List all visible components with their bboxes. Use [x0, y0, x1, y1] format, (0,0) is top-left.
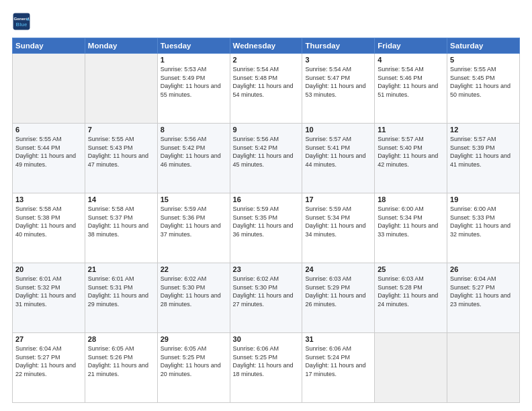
sunset-text: Sunset: 5:42 PM: [161, 144, 227, 152]
sunset-text: Sunset: 5:24 PM: [305, 353, 371, 362]
sunset-text: Sunset: 5:33 PM: [450, 214, 517, 222]
sunset-text: Sunset: 5:48 PM: [233, 74, 300, 83]
daylight-text: Daylight: 11 hours and 44 minutes.: [305, 152, 371, 169]
sunrise-text: Sunrise: 6:02 AM: [233, 275, 300, 283]
calendar-cell: [375, 333, 447, 403]
calendar-cell: 6Sunrise: 5:55 AMSunset: 5:44 PMDaylight…: [13, 124, 85, 193]
daylight-text: Daylight: 11 hours and 31 minutes.: [15, 291, 82, 308]
sunset-text: Sunset: 5:49 PM: [161, 74, 227, 83]
cell-content: Sunrise: 6:06 AMSunset: 5:25 PMDaylight:…: [233, 345, 300, 378]
calendar-header-thursday: Thursday: [302, 38, 375, 54]
sunrise-text: Sunrise: 5:54 AM: [305, 65, 371, 74]
sunrise-text: Sunrise: 5:59 AM: [233, 205, 300, 214]
cell-content: Sunrise: 6:06 AMSunset: 5:24 PMDaylight:…: [305, 345, 371, 378]
day-number: 24: [305, 265, 371, 273]
svg-text:Blue: Blue: [16, 21, 28, 28]
daylight-text: Daylight: 11 hours and 33 minutes.: [378, 222, 444, 238]
sunrise-text: Sunrise: 5:56 AM: [233, 135, 300, 144]
day-number: 31: [305, 335, 371, 343]
calendar-cell: 8Sunrise: 5:56 AMSunset: 5:42 PMDaylight…: [157, 124, 230, 193]
sunrise-text: Sunrise: 5:58 AM: [88, 205, 154, 214]
cell-content: Sunrise: 5:55 AMSunset: 5:44 PMDaylight:…: [15, 135, 82, 169]
cell-content: Sunrise: 5:54 AMSunset: 5:48 PMDaylight:…: [233, 65, 300, 99]
sunrise-text: Sunrise: 6:01 AM: [88, 275, 154, 283]
day-number: 13: [15, 195, 82, 203]
calendar-cell: 10Sunrise: 5:57 AMSunset: 5:41 PMDayligh…: [302, 124, 375, 193]
sunrise-text: Sunrise: 5:55 AM: [15, 135, 82, 144]
cell-content: Sunrise: 5:56 AMSunset: 5:42 PMDaylight:…: [161, 135, 227, 169]
daylight-text: Daylight: 11 hours and 34 minutes.: [305, 222, 371, 238]
day-number: 7: [88, 126, 154, 134]
calendar-cell: 29Sunrise: 6:05 AMSunset: 5:25 PMDayligh…: [157, 333, 230, 403]
sunset-text: Sunset: 5:28 PM: [378, 283, 444, 292]
sunrise-text: Sunrise: 5:57 AM: [305, 135, 371, 144]
daylight-text: Daylight: 11 hours and 51 minutes.: [378, 82, 444, 99]
sunrise-text: Sunrise: 6:06 AM: [233, 345, 300, 353]
sunrise-text: Sunrise: 6:04 AM: [15, 345, 82, 353]
calendar-cell: 18Sunrise: 6:00 AMSunset: 5:34 PMDayligh…: [375, 193, 447, 263]
calendar-cell: 5Sunrise: 5:55 AMSunset: 5:45 PMDaylight…: [447, 54, 520, 124]
cell-content: Sunrise: 6:05 AMSunset: 5:26 PMDaylight:…: [88, 345, 154, 378]
calendar-cell: 22Sunrise: 6:02 AMSunset: 5:30 PMDayligh…: [157, 263, 230, 333]
day-number: 17: [305, 195, 371, 203]
daylight-text: Daylight: 11 hours and 29 minutes.: [88, 291, 154, 308]
sunrise-text: Sunrise: 6:06 AM: [305, 345, 371, 353]
daylight-text: Daylight: 11 hours and 49 minutes.: [15, 152, 82, 169]
day-number: 27: [15, 335, 82, 343]
cell-content: Sunrise: 6:02 AMSunset: 5:30 PMDaylight:…: [161, 275, 227, 308]
sunrise-text: Sunrise: 6:05 AM: [88, 345, 154, 353]
cell-content: Sunrise: 5:56 AMSunset: 5:42 PMDaylight:…: [233, 135, 300, 169]
sunset-text: Sunset: 5:46 PM: [378, 74, 444, 83]
daylight-text: Daylight: 11 hours and 17 minutes.: [305, 361, 371, 378]
calendar-cell: [13, 54, 85, 124]
calendar-cell: 15Sunrise: 5:59 AMSunset: 5:36 PMDayligh…: [157, 193, 230, 263]
calendar-cell: 23Sunrise: 6:02 AMSunset: 5:30 PMDayligh…: [230, 263, 302, 333]
day-number: 8: [161, 126, 227, 134]
daylight-text: Daylight: 11 hours and 26 minutes.: [305, 291, 371, 308]
day-number: 16: [233, 195, 300, 203]
sunset-text: Sunset: 5:37 PM: [88, 214, 154, 222]
calendar-cell: 26Sunrise: 6:04 AMSunset: 5:27 PMDayligh…: [447, 263, 520, 333]
cell-content: Sunrise: 6:03 AMSunset: 5:28 PMDaylight:…: [378, 275, 444, 308]
calendar-cell: 31Sunrise: 6:06 AMSunset: 5:24 PMDayligh…: [302, 333, 375, 403]
daylight-text: Daylight: 11 hours and 54 minutes.: [233, 82, 300, 99]
cell-content: Sunrise: 6:05 AMSunset: 5:25 PMDaylight:…: [161, 345, 227, 378]
daylight-text: Daylight: 11 hours and 20 minutes.: [161, 361, 227, 378]
calendar-cell: 11Sunrise: 5:57 AMSunset: 5:40 PMDayligh…: [375, 124, 447, 193]
daylight-text: Daylight: 11 hours and 36 minutes.: [233, 222, 300, 238]
calendar-header-monday: Monday: [85, 38, 157, 54]
calendar-cell: 25Sunrise: 6:03 AMSunset: 5:28 PMDayligh…: [375, 263, 447, 333]
calendar-header-tuesday: Tuesday: [157, 38, 230, 54]
calendar-header-saturday: Saturday: [447, 38, 520, 54]
calendar-table: SundayMondayTuesdayWednesdayThursdayFrid…: [12, 38, 520, 403]
calendar-cell: 2Sunrise: 5:54 AMSunset: 5:48 PMDaylight…: [230, 54, 302, 124]
daylight-text: Daylight: 11 hours and 53 minutes.: [305, 82, 371, 99]
sunset-text: Sunset: 5:41 PM: [305, 144, 371, 152]
daylight-text: Daylight: 11 hours and 18 minutes.: [233, 361, 300, 378]
day-number: 29: [161, 335, 227, 343]
calendar-cell: 4Sunrise: 5:54 AMSunset: 5:46 PMDaylight…: [375, 54, 447, 124]
calendar-cell: 3Sunrise: 5:54 AMSunset: 5:47 PMDaylight…: [302, 54, 375, 124]
daylight-text: Daylight: 11 hours and 27 minutes.: [233, 291, 300, 308]
sunrise-text: Sunrise: 5:55 AM: [450, 65, 517, 74]
sunset-text: Sunset: 5:29 PM: [305, 283, 371, 292]
sunset-text: Sunset: 5:43 PM: [88, 144, 154, 152]
calendar-week-1: 1Sunrise: 5:53 AMSunset: 5:49 PMDaylight…: [13, 54, 520, 124]
cell-content: Sunrise: 5:55 AMSunset: 5:43 PMDaylight:…: [88, 135, 154, 169]
daylight-text: Daylight: 11 hours and 50 minutes.: [450, 82, 517, 99]
sunrise-text: Sunrise: 6:03 AM: [378, 275, 444, 283]
sunset-text: Sunset: 5:45 PM: [450, 74, 517, 83]
calendar-cell: [447, 333, 520, 403]
cell-content: Sunrise: 5:59 AMSunset: 5:34 PMDaylight:…: [305, 205, 371, 238]
sunset-text: Sunset: 5:31 PM: [88, 283, 154, 292]
sunset-text: Sunset: 5:42 PM: [233, 144, 300, 152]
daylight-text: Daylight: 11 hours and 32 minutes.: [450, 222, 517, 238]
sunset-text: Sunset: 5:25 PM: [233, 353, 300, 362]
sunrise-text: Sunrise: 6:02 AM: [161, 275, 227, 283]
calendar-header-wednesday: Wednesday: [230, 38, 302, 54]
logo-icon: General Blue: [12, 12, 31, 31]
sunset-text: Sunset: 5:40 PM: [378, 144, 444, 152]
logo: General Blue: [12, 12, 34, 31]
sunset-text: Sunset: 5:34 PM: [378, 214, 444, 222]
daylight-text: Daylight: 11 hours and 22 minutes.: [15, 361, 82, 378]
